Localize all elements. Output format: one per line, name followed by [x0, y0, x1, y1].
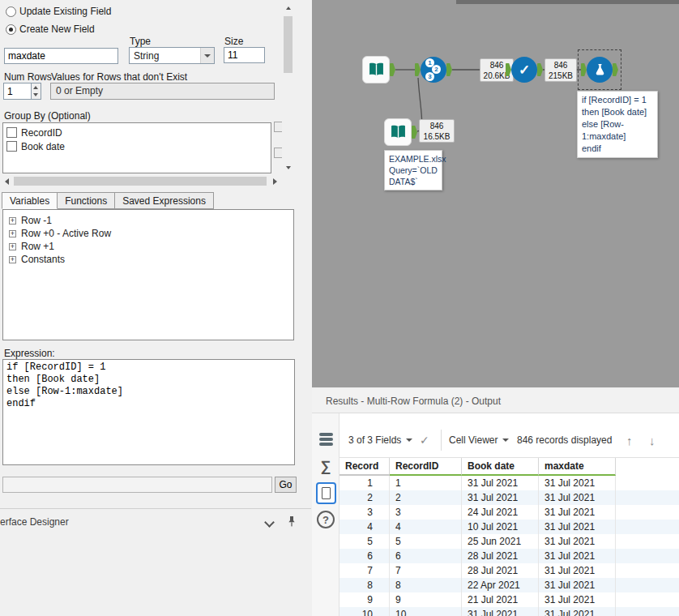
table-cell[interactable]: 24 Jul 2021 — [462, 505, 539, 520]
checkbox-icon[interactable] — [6, 141, 17, 152]
radio-update-label[interactable]: Update Existing Field — [19, 6, 111, 17]
expand-icon[interactable]: + — [9, 217, 16, 225]
scrollbar-thumb[interactable] — [284, 16, 293, 73]
tab-saved-expressions[interactable]: Saved Expressions — [115, 192, 214, 209]
radio-create-label[interactable]: Create New Field — [19, 24, 95, 35]
table-cell[interactable]: 6 — [340, 549, 390, 563]
spinner-down-icon[interactable] — [31, 92, 41, 100]
checkbox-icon[interactable] — [6, 127, 17, 138]
table-cell[interactable]: 28 Jul 2021 — [462, 549, 539, 563]
table-cell[interactable]: 2 — [340, 490, 390, 505]
num-rows-input[interactable] — [3, 83, 32, 100]
table-cell[interactable]: 31 Jul 2021 — [462, 607, 539, 616]
page-icon-selected[interactable] — [316, 482, 336, 504]
help-icon[interactable]: ? — [317, 511, 335, 528]
table-cell[interactable]: 31 Jul 2021 — [462, 476, 539, 490]
pin-icon[interactable] — [285, 515, 298, 528]
table-cell[interactable]: 22 Apr 2021 — [462, 578, 539, 592]
table-cell[interactable]: 31 Jul 2021 — [539, 607, 616, 616]
scroll-to-top-icon[interactable]: ↑ — [626, 431, 633, 449]
table-cell[interactable]: 31 Jul 2021 — [462, 490, 539, 505]
table-cell[interactable]: 4 — [390, 520, 462, 534]
field-name-input[interactable] — [4, 48, 118, 64]
search-input[interactable] — [2, 477, 272, 493]
table-cell[interactable]: 10 — [340, 607, 390, 616]
expand-icon[interactable]: + — [9, 243, 16, 250]
table-cell[interactable]: 21 Jul 2021 — [462, 592, 539, 607]
apply-check-icon[interactable]: ✓ — [420, 431, 429, 449]
table-cell[interactable]: 31 Jul 2021 — [539, 505, 616, 520]
tree-item[interactable]: +Row +1 — [6, 240, 291, 253]
cell-viewer-selector[interactable]: Cell Viewer — [449, 431, 509, 449]
group-by-option[interactable]: Book date — [6, 139, 267, 153]
table-cell[interactable]: 7 — [340, 563, 390, 578]
column-header[interactable]: Book date — [462, 458, 539, 476]
multi-row-formula-tool-2-selected[interactable] — [587, 57, 613, 83]
table-cell[interactable]: 31 Jul 2021 — [539, 534, 616, 549]
tree-item[interactable]: +Constants — [6, 253, 291, 266]
tree-item[interactable]: +Row +0 - Active Row — [6, 227, 291, 240]
connection-badge[interactable]: 846 215KB — [544, 58, 577, 82]
type-dropdown[interactable]: String — [129, 47, 215, 64]
expression-editor[interactable]: if [RecordID] = 1 then [Book date] else … — [2, 359, 295, 465]
group-by-list[interactable]: RecordIDBook date — [2, 122, 271, 173]
table-cell[interactable]: 5 — [340, 534, 390, 549]
table-cell[interactable]: 4 — [340, 520, 390, 534]
table-cell[interactable]: 9 — [390, 592, 462, 607]
tool-annotation[interactable]: if [RecordID] = 1 then [Book date] else … — [577, 91, 658, 158]
table-cell[interactable]: 28 Jul 2021 — [462, 563, 539, 578]
table-cell[interactable]: 31 Jul 2021 — [539, 563, 616, 578]
multi-row-formula-tool[interactable]: 1 2 3 — [421, 57, 446, 83]
fields-selector[interactable]: 3 of 3 Fields — [348, 431, 412, 449]
group-by-option[interactable]: RecordID — [6, 126, 267, 139]
expand-icon[interactable]: + — [9, 230, 16, 237]
table-cell[interactable]: 7 — [390, 563, 462, 578]
table-cell[interactable]: 10 — [390, 607, 462, 616]
tab-functions[interactable]: Functions — [58, 192, 115, 209]
table-cell[interactable]: 3 — [340, 505, 390, 520]
table-cell[interactable]: 9 — [340, 592, 390, 607]
tool-annotation[interactable]: EXAMPLE.xlsx Query=`OLD DATA$` — [384, 150, 442, 190]
input-data-tool-1[interactable] — [362, 56, 390, 83]
table-cell[interactable]: 31 Jul 2021 — [539, 578, 616, 592]
table-cell[interactable]: 8 — [390, 578, 462, 592]
table-cell[interactable]: 31 Jul 2021 — [539, 490, 616, 505]
expand-icon[interactable]: + — [9, 256, 16, 263]
scroll-up-icon[interactable] — [282, 2, 294, 15]
table-cell[interactable]: 3 — [390, 505, 462, 520]
spinner-up-icon[interactable] — [31, 83, 41, 92]
table-cell[interactable]: 6 — [390, 549, 462, 563]
data-rows-icon[interactable] — [318, 430, 335, 449]
variables-tree[interactable]: +Row -1+Row +0 - Active Row+Row +1+Const… — [2, 209, 294, 340]
table-cell[interactable]: 31 Jul 2021 — [539, 520, 616, 534]
metadata-sigma-icon[interactable]: ∑ — [317, 457, 335, 475]
table-cell[interactable]: 31 Jul 2021 — [539, 549, 616, 563]
table-cell[interactable]: 10 Jul 2021 — [462, 520, 539, 534]
radio-create-new-field[interactable] — [6, 24, 16, 35]
column-header[interactable]: RecordID — [390, 458, 462, 476]
scroll-left-icon[interactable] — [0, 175, 13, 187]
workflow-canvas[interactable]: 1 2 3 846 20.6KB ✓ 846 215KB — [312, 0, 679, 387]
scrollbar-thumb[interactable] — [14, 177, 267, 186]
size-input[interactable] — [224, 47, 265, 63]
table-cell[interactable]: 5 — [390, 534, 462, 549]
tab-variables[interactable]: Variables — [2, 192, 58, 209]
table-cell[interactable]: 2 — [390, 490, 462, 505]
radio-update-existing-field[interactable] — [6, 6, 16, 17]
column-header[interactable]: maxdate — [539, 458, 616, 476]
go-button[interactable]: Go — [275, 477, 297, 493]
table-cell[interactable]: 31 Jul 2021 — [539, 476, 616, 490]
scroll-right-icon[interactable] — [268, 175, 281, 187]
input-data-tool-2[interactable] — [384, 118, 412, 146]
connection-badge[interactable]: 846 16.5KB — [419, 119, 455, 143]
values-rows-dropdown[interactable]: 0 or Empty — [50, 83, 275, 100]
check-tool[interactable]: ✓ — [511, 57, 537, 83]
chevron-down-icon[interactable] — [266, 519, 274, 527]
table-cell[interactable]: 31 Jul 2021 — [539, 592, 616, 607]
table-cell[interactable]: 1 — [340, 476, 390, 490]
table-cell[interactable]: 1 — [390, 476, 462, 490]
column-header[interactable]: Record — [340, 458, 390, 476]
scroll-down-icon[interactable] — [282, 161, 294, 174]
scroll-to-bottom-icon[interactable]: ↓ — [649, 431, 656, 449]
table-cell[interactable]: 8 — [340, 578, 390, 592]
